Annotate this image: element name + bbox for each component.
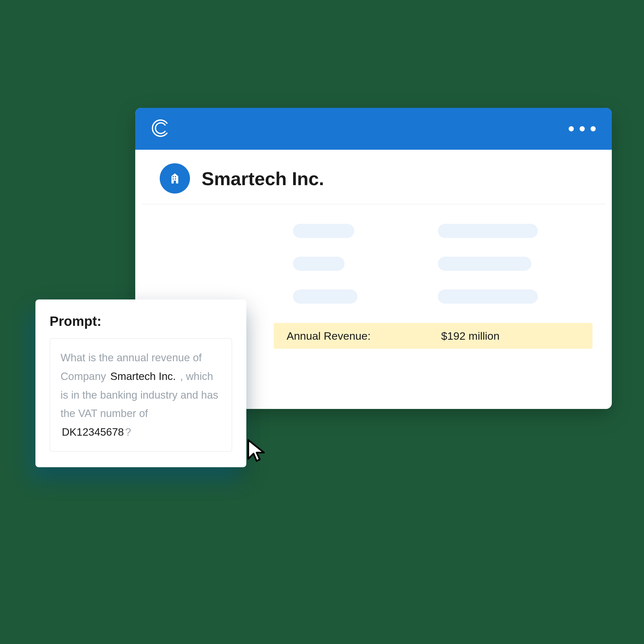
window-dot-icon	[591, 126, 596, 131]
window-dot-icon	[580, 126, 585, 131]
annual-revenue-row: Annual Revenue: $192 million	[274, 323, 592, 349]
placeholder-field	[293, 257, 345, 271]
company-name: Smartech Inc.	[202, 168, 324, 189]
placeholder-field	[293, 224, 354, 238]
annual-revenue-value: $192 million	[441, 330, 499, 342]
company-building-icon	[160, 163, 190, 194]
placeholder-value	[438, 224, 538, 238]
prompt-var-company: Smartech Inc.	[109, 370, 177, 382]
annual-revenue-label: Annual Revenue:	[287, 330, 371, 342]
titlebar	[135, 108, 612, 150]
window-dot-icon	[569, 126, 574, 131]
prompt-card: Prompt: What is the annual revenue of Co…	[35, 299, 246, 467]
prompt-title: Prompt:	[50, 314, 232, 329]
prompt-var-vat: DK12345678	[61, 426, 125, 438]
placeholder-value	[438, 289, 538, 304]
company-header: Smartech Inc.	[142, 150, 605, 204]
detail-body: Annual Revenue: $192 million	[135, 204, 612, 237]
brand-logo-icon	[151, 118, 171, 139]
cursor-icon	[244, 438, 269, 464]
placeholder-right-column	[438, 224, 538, 304]
prompt-body[interactable]: What is the annual revenue of Company Sm…	[50, 338, 232, 452]
prompt-text-3: ?	[125, 426, 131, 438]
placeholder-value	[438, 257, 531, 271]
placeholder-field	[293, 289, 357, 304]
window-controls[interactable]	[569, 126, 596, 131]
placeholder-left-column	[293, 224, 357, 304]
